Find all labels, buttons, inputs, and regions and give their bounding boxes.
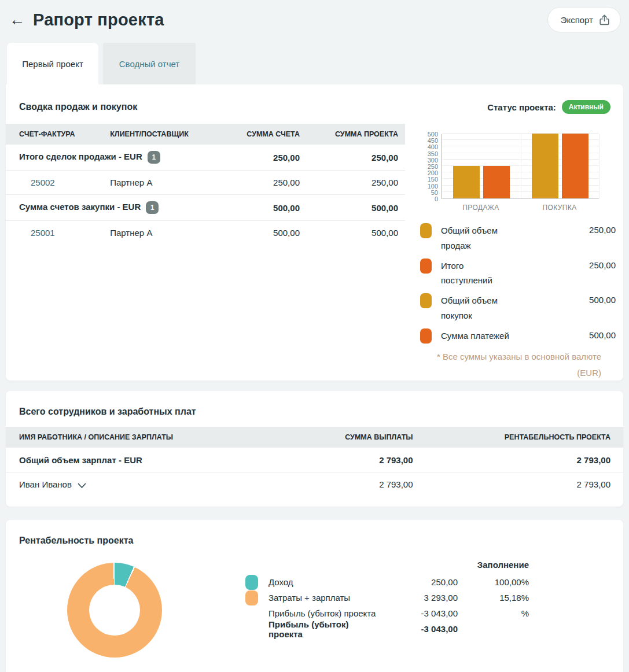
col-employee: ИМЯ РАБОТНИКА / ОПИСАНИЕ ЗАРПЛАТЫ [6, 427, 288, 448]
employee-name: Иван Иванов [6, 472, 288, 496]
back-arrow-icon[interactable]: ← [9, 12, 25, 28]
project-status: Статус проекта: Активный [487, 100, 610, 114]
y-tick-label: 100 [428, 183, 438, 190]
tab-summary-report[interactable]: Сводный отчет [103, 43, 196, 84]
sales-section-title: Сводка продаж и покупок [19, 102, 137, 112]
bar-chart-legend: Общий объем продаж250,00Итого поступлени… [420, 223, 616, 344]
y-tick-label: 450 [428, 137, 438, 144]
profit-row: Доход250,00100,00% [245, 574, 529, 590]
legend-label: Сумма платежей [441, 328, 514, 344]
col-project-amount: СУММА ПРОЕКТА [307, 124, 405, 145]
profit-amount: -3 043,00 [382, 608, 458, 618]
export-button-label: Экспорт [561, 15, 593, 25]
legend-row: Сумма платежей500,00 [420, 328, 616, 344]
tab-first-project[interactable]: Первый проект [7, 43, 98, 84]
salaries-section-title: Всего сотрудников и заработных плат [19, 407, 196, 417]
profit-row: Прибыль (убыток) проекта-3 043,00 [245, 621, 529, 637]
profit-amount: 250,00 [382, 577, 458, 587]
col-payout: СУММА ВЫПЛАТЫ [288, 427, 420, 448]
y-tick-label: 400 [428, 143, 438, 150]
status-badge: Активный [562, 100, 610, 114]
salaries-card: Всего сотрудников и заработных плат ИМЯ … [6, 391, 623, 507]
count-badge: 1 [148, 151, 160, 164]
y-tick-label: 350 [428, 150, 438, 157]
legend-value: 250,00 [589, 259, 616, 270]
legend-row: Итого поступлений250,00 [420, 259, 616, 289]
invoice-amount: 250,00 [221, 171, 307, 195]
profit-label: Затраты + зарплаты [268, 593, 382, 603]
profit-amount: 3 293,00 [382, 593, 458, 603]
legend-value: 250,00 [589, 223, 616, 235]
y-tick-label: 50 [431, 189, 438, 196]
y-tick-label: 0 [435, 195, 438, 202]
y-tick-label: 500 [428, 131, 438, 138]
export-button[interactable]: Экспорт [547, 7, 621, 32]
legend-swatch [420, 293, 432, 308]
profit-label: Прибыль (убыток) проекта [268, 619, 382, 639]
legend-label: Итого поступлений [441, 259, 514, 289]
profit-swatch [245, 575, 258, 590]
legend-label: Общий объем покупок [441, 293, 514, 323]
project-amount: 250,00 [307, 171, 405, 195]
sales-summary-card: Сводка продаж и покупок Статус проекта: … [6, 84, 623, 381]
sales-bar-chart: 050100150200250300350400450500 [420, 134, 616, 199]
profit-swatch [245, 590, 258, 605]
profitability-card: Рентабельность проекта Заполнение Доход2… [6, 520, 623, 672]
col-invoice-amount: СУММА СЧЕТА [221, 124, 307, 145]
bar-chart-plot [442, 134, 599, 199]
partner-name: Партнер А [103, 171, 221, 195]
salaries-section-header: Всего сотрудников и заработных плат [6, 391, 623, 427]
col-partner: КЛИЕНТ/ПОСТАВЩИК [103, 124, 221, 145]
employee-name: Общий объем зарплат - EUR [6, 448, 288, 472]
tab-summary-report-label: Сводный отчет [119, 59, 179, 69]
salary-table-header-row: ИМЯ РАБОТНИКА / ОПИСАНИЕ ЗАРПЛАТЫ СУММА … [6, 427, 623, 448]
sales-section-header: Сводка продаж и покупок Статус проекта: … [6, 84, 623, 124]
y-tick-label: 300 [428, 157, 438, 164]
export-share-icon [599, 14, 610, 25]
bar-продажа-2 [483, 166, 510, 198]
col-profitability: РЕНТАБЕЛЬНОСТЬ ПРОЕКТА [420, 427, 623, 448]
profit-fill: 100,00% [458, 577, 529, 587]
group-label: Сумма счетов закупки - EUR [19, 202, 141, 212]
profit-amount: -3 043,00 [382, 624, 458, 634]
invoice-amount: 250,00 [221, 145, 307, 171]
payout-amount: 2 793,00 [288, 448, 420, 472]
invoice-amount: 500,00 [221, 221, 307, 245]
count-badge: 1 [146, 201, 159, 214]
x-category-label: ПРОДАЖА [442, 204, 520, 212]
tab-bar: Первый проект Сводный отчет [7, 43, 629, 84]
project-status-label: Статус проекта: [487, 102, 556, 112]
invoice-link[interactable]: 25001 [31, 228, 55, 238]
sales-detail-row: 25001Партнер А500,00500,00 [6, 221, 405, 245]
project-amount: 500,00 [307, 221, 405, 245]
profit-legend-table: Заполнение Доход250,00100,00%Затраты + з… [245, 557, 529, 637]
legend-value: 500,00 [589, 328, 616, 340]
profit-fill: % [458, 608, 529, 618]
gridline [521, 134, 521, 198]
group-label: Итого сделок продажи - EUR [19, 152, 142, 161]
profit-fill-header-row: Заполнение [245, 557, 529, 573]
y-tick-label: 150 [428, 176, 438, 183]
legend-row: Общий объем продаж250,00 [420, 223, 616, 253]
tab-first-project-label: Первый проект [22, 59, 83, 69]
legend-swatch [420, 328, 432, 344]
profit-row: Затраты + зарплаты3 293,0015,18% [245, 590, 529, 605]
chevron-down-icon[interactable] [78, 483, 86, 489]
bar-chart-x-labels: ПРОДАЖАПОКУПКА [442, 204, 599, 212]
sales-detail-row: 25002Партнер А250,00250,00 [6, 171, 405, 195]
payout-amount: 2 793,00 [288, 472, 420, 496]
legend-swatch [420, 223, 432, 238]
profit-label: Прибыль (убыток) проекта [268, 608, 382, 618]
profit-swatch-placeholder [245, 606, 258, 621]
salary-employee-row[interactable]: Иван Иванов2 793,002 793,00 [6, 472, 623, 496]
gridline [599, 134, 599, 198]
bar-покупка-1 [532, 134, 558, 198]
legend-label: Общий объем продаж [441, 223, 514, 253]
project-amount: 500,00 [307, 195, 405, 221]
sales-table-header-row: СЧЕТ-ФАКТУРА КЛИЕНТ/ПОСТАВЩИК СУММА СЧЕТ… [6, 124, 405, 145]
invoice-link[interactable]: 25002 [31, 178, 55, 187]
bar-покупка-2 [562, 134, 588, 198]
sales-group-row: Итого сделок продажи - EUR1250,00250,00 [6, 145, 405, 171]
top-bar: ← Рапорт проекта Экспорт [0, 0, 629, 37]
y-tick-label: 200 [428, 169, 438, 176]
